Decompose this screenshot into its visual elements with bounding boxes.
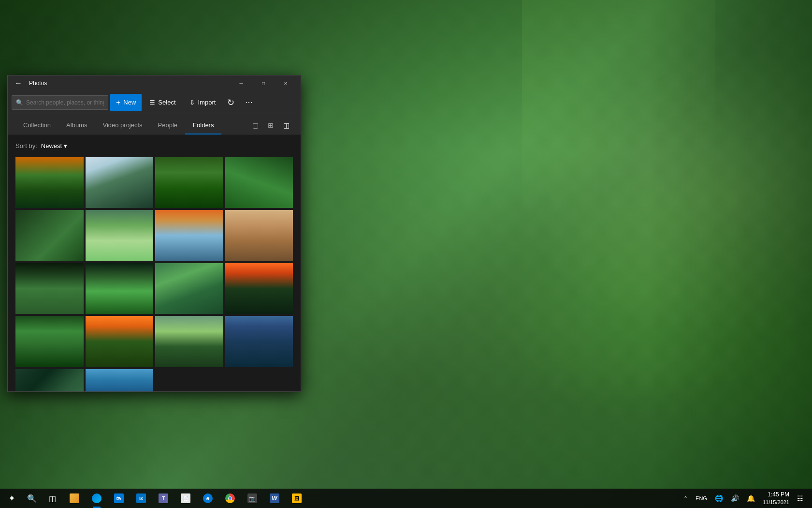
more-icon: ⋯ (245, 98, 253, 107)
more-button[interactable]: ⋯ (240, 94, 258, 111)
title-bar-left: ← Photos (12, 76, 230, 90)
photo-item[interactable] (15, 369, 84, 392)
mail-icon: ✉ (136, 493, 146, 503)
photo-item[interactable] (15, 263, 84, 314)
photo-item[interactable] (86, 316, 154, 367)
photo-item[interactable] (15, 157, 84, 208)
photo-item[interactable] (225, 263, 293, 314)
photos-window: ← Photos ─ □ ✕ 🔍 + New ☰ Se (7, 75, 301, 392)
sort-dropdown[interactable]: Newest ▾ (41, 142, 67, 149)
photo-item[interactable] (225, 210, 293, 261)
photo-item[interactable] (155, 263, 223, 314)
action-center-button[interactable]: ☷ (794, 489, 806, 508)
photo-item[interactable] (155, 316, 223, 367)
search-button[interactable]: 🔍 (22, 489, 42, 508)
chevron-up-icon: ⌃ (683, 495, 688, 502)
notifications-hidden-button[interactable]: ⌃ (681, 489, 691, 508)
photo-item[interactable] (86, 210, 154, 261)
volume-button[interactable]: 🔊 (728, 489, 742, 508)
new-label: New (123, 99, 136, 106)
start-button[interactable]: ✦ (2, 489, 21, 508)
share-button[interactable]: ↻ (223, 94, 238, 111)
notification-button[interactable]: 🔔 (744, 489, 758, 508)
minimize-icon: ─ (239, 81, 243, 86)
taskbar-right: ⌃ ENG 🌐 🔊 🔔 1:45 PM 11/15/2021 ☷ (681, 489, 810, 508)
photos-icon (92, 493, 102, 503)
photo-item[interactable] (86, 157, 154, 208)
content-area[interactable]: Sort by: Newest ▾ (8, 134, 301, 391)
photo-item[interactable] (86, 369, 154, 392)
taskbar-gallery[interactable]: 🖼 (286, 489, 307, 508)
photo-item[interactable] (155, 157, 223, 208)
view-grid2-button[interactable]: ⊞ (264, 119, 277, 132)
import-icon: ⇩ (189, 99, 195, 106)
taskbar-chrome[interactable] (219, 489, 241, 508)
volume-icon: 🔊 (731, 494, 739, 502)
language-button[interactable]: ENG (693, 489, 710, 508)
sort-value: Newest (41, 142, 62, 149)
sort-label: Sort by: (15, 142, 37, 149)
view-controls: ▢ ⊞ ◫ (248, 119, 293, 134)
taskbar-mail[interactable]: ✉ (130, 489, 152, 508)
maximize-icon: □ (262, 81, 265, 86)
tab-people[interactable]: People (150, 116, 185, 134)
search-input[interactable] (26, 99, 104, 106)
photo-item[interactable] (86, 263, 154, 314)
select-label: Select (158, 99, 175, 106)
start-icon: ✦ (8, 493, 15, 504)
taskbar-apps: 🛍 ✉ T 📄 e 📷 W (64, 489, 681, 508)
photo-item[interactable] (15, 316, 84, 367)
photo-item[interactable] (225, 316, 293, 367)
back-icon: ← (14, 79, 22, 88)
clock-display[interactable]: 1:45 PM 11/15/2021 (760, 489, 792, 508)
store-icon: 🛍 (114, 493, 124, 503)
photo-item[interactable] (15, 210, 84, 261)
close-button[interactable]: ✕ (275, 75, 297, 91)
action-center-icon: ☷ (797, 494, 803, 502)
taskbar-camera[interactable]: 📷 (242, 489, 263, 508)
tab-video-projects[interactable]: Video projects (95, 116, 150, 134)
taskbar-file-explorer[interactable] (64, 489, 85, 508)
new-icon: + (116, 98, 120, 107)
search-taskbar-icon: 🔍 (27, 494, 37, 503)
time-display: 1:45 PM (763, 491, 789, 499)
minimize-button[interactable]: ─ (230, 75, 252, 91)
taskbar-photos[interactable] (86, 489, 107, 508)
select-icon: ☰ (149, 99, 155, 106)
teams-icon: T (159, 493, 168, 503)
search-box[interactable]: 🔍 (12, 95, 108, 110)
new-button[interactable]: + New (110, 94, 142, 111)
chrome-icon (225, 493, 235, 503)
language-label: ENG (696, 495, 707, 501)
photo-item[interactable] (225, 157, 293, 208)
tab-collection[interactable]: Collection (15, 116, 58, 134)
photo-grid (15, 157, 293, 391)
nav-tabs: Collection Albums Video projects People … (8, 114, 301, 134)
toolbar: 🔍 + New ☰ Select ⇩ Import ↻ ⋯ (8, 91, 301, 114)
file-explorer-icon (70, 493, 79, 503)
network-button[interactable]: 🌐 (712, 489, 726, 508)
select-button[interactable]: ☰ Select (144, 94, 181, 111)
tab-folders[interactable]: Folders (185, 116, 221, 134)
tab-albums[interactable]: Albums (58, 116, 95, 134)
taskbar-left: ✦ 🔍 ◫ (2, 489, 62, 508)
word-icon: W (270, 493, 279, 503)
import-button[interactable]: ⇩ Import (184, 94, 222, 111)
task-view-button[interactable]: ◫ (43, 489, 62, 508)
taskbar: ✦ 🔍 ◫ 🛍 ✉ T 📄 (0, 489, 812, 508)
back-button[interactable]: ← (12, 76, 25, 90)
taskbar-notepad[interactable]: 📄 (175, 489, 196, 508)
search-icon: 🔍 (16, 99, 23, 106)
taskbar-store[interactable]: 🛍 (108, 489, 130, 508)
sort-chevron: ▾ (64, 142, 67, 149)
taskbar-edge-legacy[interactable]: e (197, 489, 218, 508)
sort-bar: Sort by: Newest ▾ (15, 142, 293, 149)
taskbar-word[interactable]: W (264, 489, 285, 508)
photo-item[interactable] (155, 210, 223, 261)
taskbar-teams[interactable]: T (153, 489, 174, 508)
maximize-button[interactable]: □ (252, 75, 275, 91)
view-single-button[interactable]: ▢ (248, 119, 262, 132)
view-grid3-button[interactable]: ◫ (279, 119, 293, 132)
title-controls: ─ □ ✕ (230, 75, 297, 91)
network-icon: 🌐 (715, 494, 723, 502)
